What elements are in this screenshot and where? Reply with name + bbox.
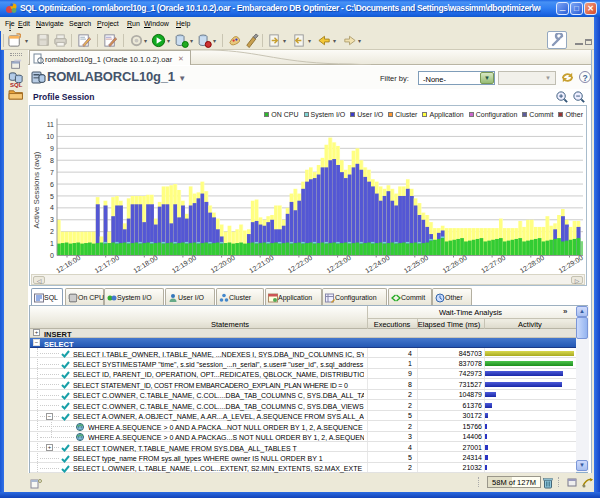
svg-text:12:21:00: 12:21:00 [248, 254, 275, 274]
svg-text:Active Sessions (avg): Active Sessions (avg) [32, 151, 41, 228]
svg-text:12:22:00: 12:22:00 [287, 254, 314, 274]
svg-text:7: 7 [50, 169, 54, 176]
svg-text:12:20:00: 12:20:00 [209, 254, 236, 274]
svg-text:8: 8 [50, 157, 54, 164]
svg-text:5: 5 [50, 193, 54, 200]
svg-text:12:26:00: 12:26:00 [441, 254, 468, 274]
svg-text:12:19:00: 12:19:00 [171, 254, 198, 274]
svg-text:9: 9 [50, 145, 54, 152]
svg-text:12:23:00: 12:23:00 [325, 254, 352, 274]
svg-text:12:18:00: 12:18:00 [132, 254, 159, 274]
svg-text:1: 1 [50, 240, 54, 247]
svg-text:4: 4 [50, 204, 54, 211]
svg-text:12:27:00: 12:27:00 [480, 254, 507, 274]
svg-text:0: 0 [50, 252, 54, 259]
svg-text:12:17:00: 12:17:00 [93, 254, 120, 274]
svg-text:12:25:00: 12:25:00 [403, 254, 430, 274]
svg-text:10: 10 [46, 133, 54, 140]
svg-text:12:24:00: 12:24:00 [364, 254, 391, 274]
svg-text:11: 11 [47, 121, 54, 128]
svg-text:12:28:00: 12:28:00 [519, 254, 546, 274]
svg-text:6: 6 [50, 181, 54, 188]
svg-text:3: 3 [50, 216, 54, 223]
svg-text:2: 2 [50, 228, 54, 235]
svg-text:12:29:00: 12:29:00 [557, 254, 584, 274]
svg-text:12:16:00: 12:16:00 [55, 254, 82, 274]
